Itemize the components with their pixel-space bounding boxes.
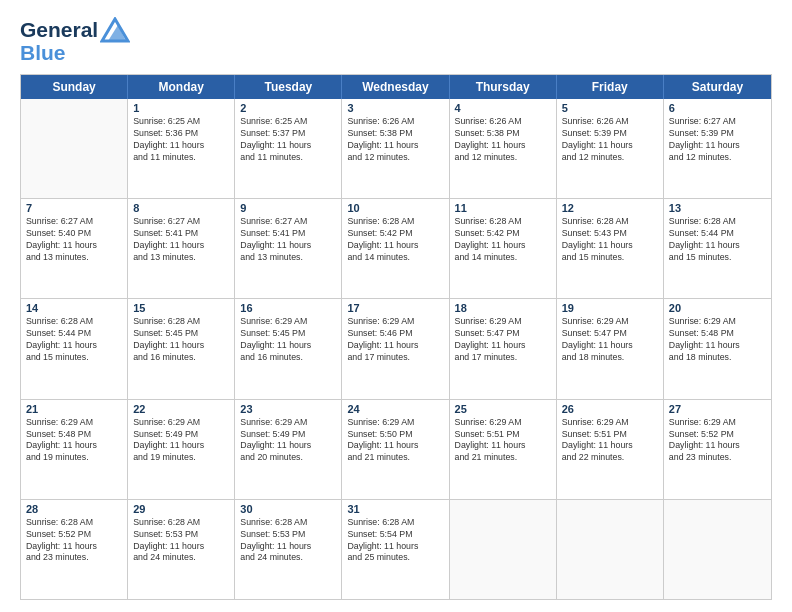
calendar-cell: 21Sunrise: 6:29 AM Sunset: 5:48 PM Dayli…: [21, 400, 128, 499]
cell-date: 12: [562, 202, 658, 214]
cell-info: Sunrise: 6:26 AM Sunset: 5:38 PM Dayligh…: [347, 116, 443, 164]
calendar-cell: 16Sunrise: 6:29 AM Sunset: 5:45 PM Dayli…: [235, 299, 342, 398]
calendar-cell: 28Sunrise: 6:28 AM Sunset: 5:52 PM Dayli…: [21, 500, 128, 599]
cell-info: Sunrise: 6:28 AM Sunset: 5:54 PM Dayligh…: [347, 517, 443, 565]
cell-date: 27: [669, 403, 766, 415]
cell-info: Sunrise: 6:29 AM Sunset: 5:49 PM Dayligh…: [133, 417, 229, 465]
cell-info: Sunrise: 6:29 AM Sunset: 5:51 PM Dayligh…: [455, 417, 551, 465]
cell-date: 1: [133, 102, 229, 114]
calendar-cell: 1Sunrise: 6:25 AM Sunset: 5:36 PM Daylig…: [128, 99, 235, 198]
day-header-monday: Monday: [128, 75, 235, 99]
cell-info: Sunrise: 6:28 AM Sunset: 5:53 PM Dayligh…: [240, 517, 336, 565]
calendar-cell: [557, 500, 664, 599]
calendar-cell: 12Sunrise: 6:28 AM Sunset: 5:43 PM Dayli…: [557, 199, 664, 298]
cell-info: Sunrise: 6:27 AM Sunset: 5:41 PM Dayligh…: [240, 216, 336, 264]
calendar-cell: 20Sunrise: 6:29 AM Sunset: 5:48 PM Dayli…: [664, 299, 771, 398]
cell-date: 30: [240, 503, 336, 515]
cell-info: Sunrise: 6:28 AM Sunset: 5:44 PM Dayligh…: [26, 316, 122, 364]
calendar-cell: [450, 500, 557, 599]
cell-info: Sunrise: 6:29 AM Sunset: 5:48 PM Dayligh…: [26, 417, 122, 465]
calendar-cell: 27Sunrise: 6:29 AM Sunset: 5:52 PM Dayli…: [664, 400, 771, 499]
calendar-cell: 3Sunrise: 6:26 AM Sunset: 5:38 PM Daylig…: [342, 99, 449, 198]
logo-icon: [100, 17, 130, 43]
calendar-week-3: 21Sunrise: 6:29 AM Sunset: 5:48 PM Dayli…: [21, 400, 771, 500]
cell-date: 3: [347, 102, 443, 114]
cell-date: 19: [562, 302, 658, 314]
cell-date: 23: [240, 403, 336, 415]
cell-date: 7: [26, 202, 122, 214]
day-header-wednesday: Wednesday: [342, 75, 449, 99]
calendar-body: 1Sunrise: 6:25 AM Sunset: 5:36 PM Daylig…: [21, 99, 771, 599]
calendar-cell: 9Sunrise: 6:27 AM Sunset: 5:41 PM Daylig…: [235, 199, 342, 298]
cell-info: Sunrise: 6:27 AM Sunset: 5:40 PM Dayligh…: [26, 216, 122, 264]
day-header-thursday: Thursday: [450, 75, 557, 99]
day-header-saturday: Saturday: [664, 75, 771, 99]
cell-date: 16: [240, 302, 336, 314]
cell-info: Sunrise: 6:29 AM Sunset: 5:50 PM Dayligh…: [347, 417, 443, 465]
calendar-cell: 24Sunrise: 6:29 AM Sunset: 5:50 PM Dayli…: [342, 400, 449, 499]
cell-info: Sunrise: 6:29 AM Sunset: 5:45 PM Dayligh…: [240, 316, 336, 364]
cell-date: 6: [669, 102, 766, 114]
cell-date: 22: [133, 403, 229, 415]
calendar-cell: 18Sunrise: 6:29 AM Sunset: 5:47 PM Dayli…: [450, 299, 557, 398]
cell-info: Sunrise: 6:28 AM Sunset: 5:52 PM Dayligh…: [26, 517, 122, 565]
cell-date: 5: [562, 102, 658, 114]
cell-date: 15: [133, 302, 229, 314]
cell-info: Sunrise: 6:25 AM Sunset: 5:37 PM Dayligh…: [240, 116, 336, 164]
day-header-sunday: Sunday: [21, 75, 128, 99]
day-header-tuesday: Tuesday: [235, 75, 342, 99]
calendar-cell: 30Sunrise: 6:28 AM Sunset: 5:53 PM Dayli…: [235, 500, 342, 599]
cell-date: 4: [455, 102, 551, 114]
cell-info: Sunrise: 6:28 AM Sunset: 5:42 PM Dayligh…: [455, 216, 551, 264]
calendar-cell: 11Sunrise: 6:28 AM Sunset: 5:42 PM Dayli…: [450, 199, 557, 298]
calendar-cell: [21, 99, 128, 198]
calendar-cell: 17Sunrise: 6:29 AM Sunset: 5:46 PM Dayli…: [342, 299, 449, 398]
cell-info: Sunrise: 6:26 AM Sunset: 5:38 PM Dayligh…: [455, 116, 551, 164]
calendar-cell: 13Sunrise: 6:28 AM Sunset: 5:44 PM Dayli…: [664, 199, 771, 298]
cell-date: 31: [347, 503, 443, 515]
cell-info: Sunrise: 6:25 AM Sunset: 5:36 PM Dayligh…: [133, 116, 229, 164]
cell-info: Sunrise: 6:29 AM Sunset: 5:52 PM Dayligh…: [669, 417, 766, 465]
calendar-week-0: 1Sunrise: 6:25 AM Sunset: 5:36 PM Daylig…: [21, 99, 771, 199]
cell-date: 26: [562, 403, 658, 415]
calendar-cell: 7Sunrise: 6:27 AM Sunset: 5:40 PM Daylig…: [21, 199, 128, 298]
cell-date: 11: [455, 202, 551, 214]
cell-date: 13: [669, 202, 766, 214]
header: General Blue: [20, 16, 772, 64]
calendar-cell: 23Sunrise: 6:29 AM Sunset: 5:49 PM Dayli…: [235, 400, 342, 499]
cell-date: 20: [669, 302, 766, 314]
cell-info: Sunrise: 6:28 AM Sunset: 5:53 PM Dayligh…: [133, 517, 229, 565]
calendar-cell: 26Sunrise: 6:29 AM Sunset: 5:51 PM Dayli…: [557, 400, 664, 499]
cell-date: 25: [455, 403, 551, 415]
calendar-cell: 19Sunrise: 6:29 AM Sunset: 5:47 PM Dayli…: [557, 299, 664, 398]
calendar: SundayMondayTuesdayWednesdayThursdayFrid…: [20, 74, 772, 600]
cell-date: 2: [240, 102, 336, 114]
cell-info: Sunrise: 6:26 AM Sunset: 5:39 PM Dayligh…: [562, 116, 658, 164]
cell-info: Sunrise: 6:29 AM Sunset: 5:49 PM Dayligh…: [240, 417, 336, 465]
cell-date: 28: [26, 503, 122, 515]
day-header-friday: Friday: [557, 75, 664, 99]
calendar-week-2: 14Sunrise: 6:28 AM Sunset: 5:44 PM Dayli…: [21, 299, 771, 399]
cell-info: Sunrise: 6:27 AM Sunset: 5:41 PM Dayligh…: [133, 216, 229, 264]
cell-date: 17: [347, 302, 443, 314]
calendar-cell: 6Sunrise: 6:27 AM Sunset: 5:39 PM Daylig…: [664, 99, 771, 198]
calendar-week-1: 7Sunrise: 6:27 AM Sunset: 5:40 PM Daylig…: [21, 199, 771, 299]
cell-info: Sunrise: 6:29 AM Sunset: 5:48 PM Dayligh…: [669, 316, 766, 364]
calendar-cell: 15Sunrise: 6:28 AM Sunset: 5:45 PM Dayli…: [128, 299, 235, 398]
calendar-cell: 22Sunrise: 6:29 AM Sunset: 5:49 PM Dayli…: [128, 400, 235, 499]
cell-date: 10: [347, 202, 443, 214]
calendar-cell: 5Sunrise: 6:26 AM Sunset: 5:39 PM Daylig…: [557, 99, 664, 198]
calendar-cell: 2Sunrise: 6:25 AM Sunset: 5:37 PM Daylig…: [235, 99, 342, 198]
calendar-cell: 25Sunrise: 6:29 AM Sunset: 5:51 PM Dayli…: [450, 400, 557, 499]
cell-date: 14: [26, 302, 122, 314]
cell-date: 24: [347, 403, 443, 415]
cell-date: 29: [133, 503, 229, 515]
logo: General Blue: [20, 16, 130, 64]
calendar-week-4: 28Sunrise: 6:28 AM Sunset: 5:52 PM Dayli…: [21, 500, 771, 599]
cell-info: Sunrise: 6:29 AM Sunset: 5:47 PM Dayligh…: [455, 316, 551, 364]
calendar-cell: 8Sunrise: 6:27 AM Sunset: 5:41 PM Daylig…: [128, 199, 235, 298]
calendar-header: SundayMondayTuesdayWednesdayThursdayFrid…: [21, 75, 771, 99]
calendar-cell: [664, 500, 771, 599]
logo-blue: Blue: [20, 41, 130, 64]
cell-info: Sunrise: 6:28 AM Sunset: 5:44 PM Dayligh…: [669, 216, 766, 264]
